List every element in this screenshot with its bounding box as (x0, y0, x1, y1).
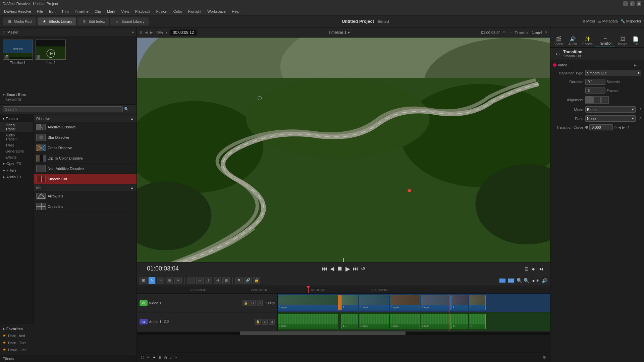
effects-search-icon[interactable]: 🔍 (124, 107, 129, 111)
align-center-btn[interactable]: ⊣ (593, 96, 601, 104)
snap-tool[interactable]: 🔗 (244, 277, 252, 284)
tab-media-pool[interactable]: ⊞ Media Pool (3, 17, 36, 25)
favorite-1[interactable]: ★ Dark...hird (0, 332, 137, 339)
audio-mute-btn[interactable]: M (269, 319, 275, 325)
smart-bins-header[interactable]: ▶ Smart Bins (3, 93, 134, 97)
curve-arrow-right[interactable]: ▶ (622, 125, 625, 130)
audio-clip-1[interactable]: 1.mp4 (278, 314, 338, 329)
align-start-btn[interactable]: ⊢ (585, 96, 593, 104)
tab-effects-library[interactable]: ★ Effects Library (38, 17, 76, 25)
audio-track-clips[interactable]: 1.mp4 1... 1.mp4 1.mp4 (278, 312, 550, 331)
mixer-button[interactable]: ⊕ Mixer (582, 19, 595, 23)
tab-edit-index[interactable]: ≡ Edit Index (77, 17, 109, 25)
menu-fairlight[interactable]: Fairlight (185, 9, 204, 14)
transition-curve-input[interactable] (589, 124, 613, 130)
step-back-button[interactable]: ◀ (330, 265, 334, 272)
metadata-button[interactable]: ☰ Metadata (598, 19, 618, 23)
audio-lock-btn[interactable]: 🔒 (255, 319, 261, 325)
nav-back[interactable]: ◀ (145, 31, 148, 34)
duration-seconds-input[interactable] (585, 79, 605, 85)
audio-clip-7[interactable]: 1.. (469, 314, 486, 329)
menu-help[interactable]: Help (229, 9, 242, 14)
effects-search-input[interactable] (3, 106, 123, 112)
transition-1[interactable] (338, 295, 341, 310)
curve-reset-btn[interactable]: ↺ (626, 125, 629, 130)
keywords-item[interactable]: Keywords (3, 97, 134, 102)
favorites-header[interactable]: ▶ Favorites (0, 325, 137, 332)
menu-clip[interactable]: Clip (92, 9, 104, 14)
audiofx-category[interactable]: ▶ Audio FX (0, 174, 33, 180)
video-transitions-item[interactable]: Video Transi... (0, 122, 33, 132)
timeline-scrollbar[interactable] (137, 331, 550, 335)
zoom-dropdown-btn[interactable]: ▾ (166, 31, 167, 34)
replace-tool[interactable]: ⊞ (222, 277, 230, 284)
minimize-button[interactable]: ─ (623, 1, 628, 6)
curve-keyframe-btn[interactable]: ◇ (614, 125, 617, 130)
titles-item[interactable]: Titles (0, 142, 33, 148)
menu-workspace[interactable]: Workspace (205, 9, 228, 14)
video-color-btn[interactable] (499, 278, 506, 283)
lock-tool[interactable]: 🔒 (253, 277, 260, 284)
dissolve-section-header[interactable]: Dissolve ▲ (34, 115, 137, 122)
video-eye-btn[interactable]: ⊡ (250, 300, 256, 306)
toolbox-category[interactable]: ▾ Toolbox (0, 115, 33, 122)
inspector-tab-file[interactable]: 📄 File (630, 35, 641, 47)
video-clip-1[interactable]: 1.mp4 (278, 295, 338, 310)
video-solo-btn[interactable]: □ (257, 300, 263, 306)
layout-toggle[interactable]: ⊞ (140, 31, 142, 34)
media-thumb-timeline1[interactable]: Timeline 🎬 Timeline 1 (3, 40, 33, 88)
favorite-3[interactable]: ★ Draw...Line (0, 346, 137, 353)
timeline-scrollbar-thumb[interactable] (240, 331, 406, 335)
fairlight-nav-icon[interactable]: ♩ (170, 355, 172, 360)
media-nav-icon[interactable]: ⬡ (141, 355, 144, 360)
blur-dissolve-item[interactable]: Blur Dissolve (34, 132, 137, 143)
video-clip-6[interactable]: 1.. (451, 295, 468, 310)
go-to-end-button[interactable]: ⏭ (353, 266, 358, 272)
non-additive-dissolve-item[interactable]: Non-Additive Dissolve (34, 164, 137, 174)
dip-to-color-item[interactable]: Dip To Color Dissolve (34, 153, 137, 164)
openfx-category[interactable]: ▶ Open FX (0, 160, 33, 167)
additive-dissolve-item[interactable]: Additive Dissolve (34, 122, 137, 132)
audio-transitions-item[interactable]: Audio Transiti... (0, 132, 33, 142)
play-stop-button[interactable]: ⏹ (337, 265, 343, 272)
inspector-tab-image[interactable]: 🖼 Image (615, 35, 630, 47)
video-track-clips[interactable]: 1.mp4 1... 1.mp4 1.mp4 (278, 294, 550, 312)
audio-clip-5[interactable]: 1.mp4 (421, 314, 451, 329)
effects-menu-icon[interactable]: ⋯ (130, 107, 134, 111)
fullscreen-btn[interactable]: ⊡ (525, 266, 529, 272)
zoom-out-btn[interactable]: 🔍 (524, 278, 529, 283)
menu-edit[interactable]: Edit (46, 9, 58, 14)
video-clip-4[interactable]: 1.mp4 (390, 295, 420, 310)
maximize-button[interactable]: □ (630, 1, 635, 6)
video-section-expand-btn[interactable]: ▶ (634, 63, 637, 67)
media-thumb-1mp4[interactable]: ♪ 1.mp4 (36, 40, 66, 88)
edit-nav-icon[interactable]: ✦ (153, 355, 156, 360)
transition-type-dropdown[interactable]: Smooth Cut ▾ (585, 70, 641, 76)
top-right-menu[interactable]: ⋯ (508, 31, 512, 34)
close-preview-btn[interactable]: ✕ (545, 31, 547, 34)
video-section-menu-btn[interactable]: ⋯ (638, 63, 641, 67)
color-nav-icon[interactable]: ◑ (164, 355, 167, 360)
layout-icon[interactable]: ⊞ (3, 30, 5, 34)
insert-tool[interactable]: ⊤ (205, 277, 212, 284)
duration-frames-input[interactable] (585, 87, 605, 94)
blade-tool[interactable]: ✂ (174, 277, 182, 284)
close-button[interactable]: ✕ (637, 1, 641, 6)
video-lock-btn[interactable]: 🔒 (243, 300, 249, 306)
mode-dropdown[interactable]: Better ▾ (585, 106, 636, 113)
audio-clip-6[interactable]: 1.. (451, 314, 468, 329)
video-clip-3[interactable]: 1.mp4 (359, 295, 389, 310)
video-clip-7[interactable]: 1.. (469, 295, 486, 310)
trim-tool[interactable]: ↔ (157, 277, 164, 284)
inspector-tab-video[interactable]: 🎬 Video (552, 35, 566, 47)
inspector-button[interactable]: 🔧 Inspector (621, 19, 641, 23)
audio-clip-2[interactable]: 1... (341, 314, 358, 329)
loop-button[interactable]: ↺ (361, 265, 365, 272)
menu-mark[interactable]: Mark (104, 9, 118, 14)
go-to-start-button[interactable]: ⏮ (322, 266, 327, 272)
filters-category[interactable]: ▶ Filters (0, 167, 33, 174)
audio-color-btn[interactable] (508, 278, 515, 283)
overwrite-tool[interactable]: ⊣ (214, 277, 221, 284)
audio-solo-btn[interactable]: S (262, 319, 268, 325)
generators-item[interactable]: Generators (0, 148, 33, 154)
